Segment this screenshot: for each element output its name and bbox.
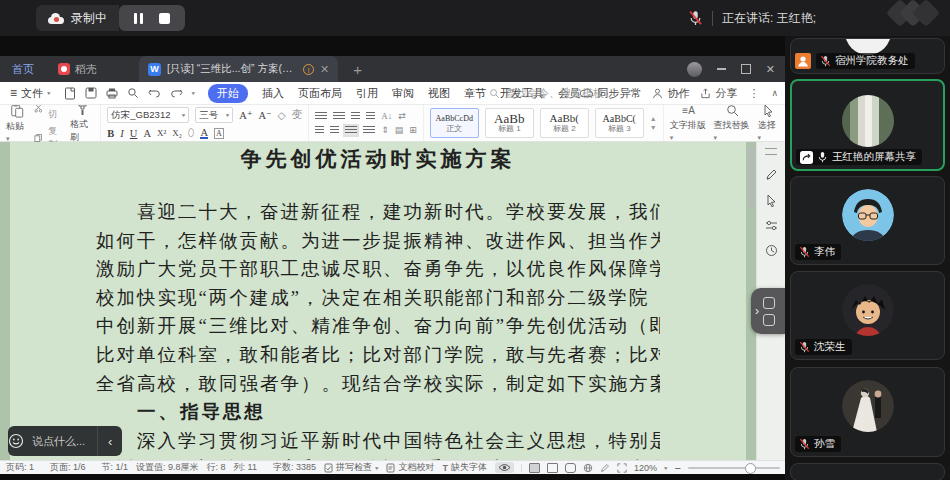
pause-recording-button[interactable] xyxy=(134,13,143,24)
restore-icon[interactable] xyxy=(741,64,751,74)
tab-home[interactable]: 首页 xyxy=(12,62,34,77)
fit-page-icon[interactable] xyxy=(617,463,627,473)
decrease-indent-icon[interactable] xyxy=(351,112,360,121)
direction-icon[interactable]: ⇄ xyxy=(398,111,406,121)
format-painter-button[interactable]: 格式刷 xyxy=(70,102,94,144)
increase-font-icon[interactable]: A⁺ xyxy=(239,109,252,121)
print-preview-icon[interactable] xyxy=(127,87,139,99)
styles-down-icon[interactable]: ▼ xyxy=(650,125,657,131)
align-center-icon[interactable] xyxy=(330,126,339,135)
zoom-slider-knob[interactable] xyxy=(745,463,756,474)
font-color-a-button[interactable]: A xyxy=(143,128,151,139)
participant-tile-screen-share[interactable]: 王红艳的屏幕共享 xyxy=(790,79,945,171)
zoom-slider[interactable] xyxy=(688,467,780,469)
decrease-font-icon[interactable]: A⁻ xyxy=(258,109,271,121)
flyout-expand-icon[interactable]: › xyxy=(755,304,759,318)
zoom-level[interactable]: 120% xyxy=(634,463,657,473)
collapse-ribbon-icon[interactable]: ∧ xyxy=(771,88,778,98)
style-heading1[interactable]: AaBb 标题 1 xyxy=(485,108,534,138)
font-color-button[interactable]: A xyxy=(200,128,208,139)
zoom-dropdown-icon[interactable]: ▾ xyxy=(664,464,668,470)
view-outline-icon[interactable] xyxy=(547,463,558,473)
char-border-button[interactable]: A xyxy=(214,128,224,139)
history-clock-icon[interactable] xyxy=(765,244,778,257)
paste-button[interactable]: 粘贴 ▾ xyxy=(6,103,28,143)
chat-placeholder[interactable]: 说点什么... xyxy=(32,434,85,449)
adjust-sliders-icon[interactable] xyxy=(765,220,778,231)
print-icon[interactable] xyxy=(106,87,118,99)
more-menu-icon[interactable]: ⋮ xyxy=(748,87,760,100)
chat-collapse-icon[interactable]: ‹ xyxy=(98,434,122,449)
number-list-icon[interactable] xyxy=(333,112,345,121)
flyout-tool-icon[interactable] xyxy=(763,297,775,309)
tab-review[interactable]: 审阅 xyxy=(392,86,414,101)
tab-document[interactable]: W [只读] “三维比...创” 方案(定稿) ! ✕ xyxy=(139,56,338,82)
view-read-icon[interactable] xyxy=(565,463,576,473)
close-window-icon[interactable]: ✕ xyxy=(766,63,775,76)
save-icon[interactable] xyxy=(85,87,97,99)
style-heading2[interactable]: AaBb( 标题 2 xyxy=(540,108,589,138)
flyout-tool-icon[interactable] xyxy=(763,314,775,326)
share-button[interactable]: 分享 xyxy=(700,86,737,101)
doc-proof-button[interactable]: 文档校对 xyxy=(386,461,434,474)
scrollbar-thumb[interactable] xyxy=(748,146,755,208)
sort-icon[interactable]: A↓ xyxy=(381,111,392,121)
text-layout-button[interactable]: ≡A 文字排版 ▾ xyxy=(670,105,708,142)
border-icon[interactable]: ⊞ xyxy=(409,125,417,135)
find-replace-button[interactable]: 查找替换 ▾ xyxy=(714,104,752,142)
align-distribute-icon[interactable] xyxy=(363,126,375,135)
styles-up-icon[interactable]: ▲ xyxy=(650,116,657,122)
phonetic-guide-icon[interactable]: 变 xyxy=(292,108,303,122)
align-justify-icon[interactable] xyxy=(345,126,357,135)
style-normal[interactable]: AaBbCcDd 正文 xyxy=(430,108,479,138)
font-name-select[interactable]: 仿宋_GB2312▾ xyxy=(107,107,189,123)
select-button[interactable]: 选择 ▾ xyxy=(757,104,779,142)
collaborate-button[interactable]: 协作 xyxy=(652,86,689,101)
participant-tile[interactable]: 李伟 xyxy=(790,176,945,265)
tab-page-layout[interactable]: 页面布局 xyxy=(298,86,342,101)
participant-tile[interactable]: 沈荣生 xyxy=(790,271,945,360)
align-left-icon[interactable] xyxy=(315,126,324,135)
missing-font-button[interactable]: T 缺失字体 xyxy=(442,461,487,474)
shading-icon[interactable]: ▤ xyxy=(395,125,404,135)
zoom-out-button[interactable]: − xyxy=(675,463,681,473)
spell-check-button[interactable]: 拼写检查▾ xyxy=(324,461,379,474)
superscript-button[interactable]: X² xyxy=(157,128,166,138)
style-heading3[interactable]: AaBbC( 标题 3 xyxy=(595,108,644,138)
emoji-smiley-icon[interactable] xyxy=(8,433,24,449)
bullet-list-icon[interactable] xyxy=(315,112,327,121)
italic-button[interactable]: I xyxy=(120,128,124,139)
font-size-select[interactable]: 三号▾ xyxy=(195,107,233,123)
participant-tile[interactable]: 孙雪 xyxy=(790,367,945,457)
user-avatar[interactable] xyxy=(687,62,702,77)
sync-error-button[interactable]: 同步异常 xyxy=(580,86,641,101)
subscript-button[interactable]: X₂ xyxy=(172,128,182,138)
clear-format-icon[interactable]: ◇ xyxy=(278,109,286,121)
line-spacing-icon[interactable]: ⇕ xyxy=(381,125,389,135)
underline-button[interactable]: U xyxy=(130,128,138,139)
file-menu[interactable]: ≡ 文件 ▾ xyxy=(10,86,51,101)
increase-indent-icon[interactable] xyxy=(366,112,375,121)
tab-start[interactable]: 开始 xyxy=(208,84,248,103)
tab-references[interactable]: 引用 xyxy=(356,86,378,101)
chat-input-pill[interactable]: 说点什么... ‹ xyxy=(8,426,122,456)
ink-pen-icon[interactable] xyxy=(600,463,610,473)
view-page-icon[interactable] xyxy=(529,463,540,473)
minimize-icon[interactable] xyxy=(717,68,726,70)
new-tab-button[interactable]: + xyxy=(353,61,362,78)
view-web-icon[interactable] xyxy=(583,463,593,473)
tab-section[interactable]: 章节 xyxy=(464,86,486,101)
stop-recording-button[interactable] xyxy=(159,13,170,24)
participant-tile[interactable]: 宿州学院教务处 xyxy=(790,38,945,74)
highlight-button[interactable]: ⬯ xyxy=(188,127,195,139)
new-doc-icon[interactable] xyxy=(64,87,76,100)
select-cursor-icon[interactable] xyxy=(766,194,777,207)
undo-dropdown-icon[interactable]: ▾ xyxy=(192,90,196,96)
redo-icon[interactable] xyxy=(170,88,183,99)
eye-protection-button[interactable] xyxy=(495,462,514,473)
bold-button[interactable]: B xyxy=(107,128,114,139)
tab-docer[interactable]: 稻壳 xyxy=(58,62,97,77)
pen-edit-icon[interactable] xyxy=(765,168,778,181)
undo-icon[interactable] xyxy=(148,88,161,99)
tab-insert[interactable]: 插入 xyxy=(262,86,284,101)
